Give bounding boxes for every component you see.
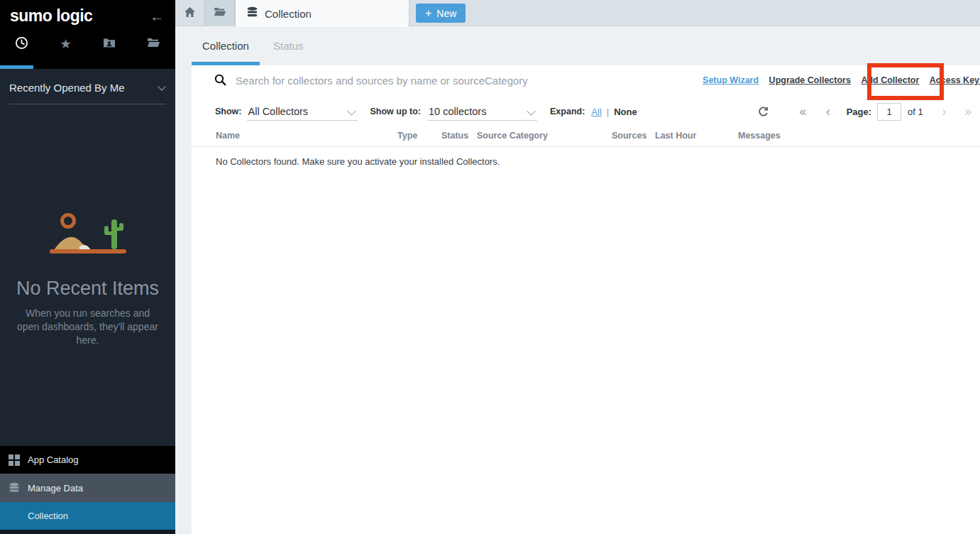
sumo-logic-logo: sumo logic — [10, 6, 92, 26]
menu-item-label: App Catalog — [28, 454, 79, 465]
page-total-label: of 1 — [908, 107, 923, 117]
add-collector-link[interactable]: Add Collector — [861, 75, 919, 85]
sidebar-header: sumo logic ← ★ — [0, 0, 175, 69]
last-page-icon[interactable]: » — [964, 105, 972, 119]
subtab-label: Collection — [202, 40, 249, 52]
recently-opened-label: Recently Opened By Me — [9, 82, 125, 94]
no-recent-items-description: When you run searches and open dashboard… — [14, 307, 162, 347]
app-grid-icon — [8, 454, 21, 466]
sidebar-bottom-menu: App Catalog Manage Data Collection — [0, 446, 175, 534]
sidebar-bottom-sliver — [0, 530, 175, 534]
subtab-row: Collection Status — [175, 26, 980, 65]
upgrade-collectors-link[interactable]: Upgrade Collectors — [769, 75, 851, 85]
menu-item-label: Manage Data — [28, 483, 83, 494]
home-tab-button[interactable] — [175, 0, 204, 26]
library-tab-button[interactable] — [204, 0, 235, 26]
sidebar-item-collection[interactable]: Collection — [0, 502, 175, 530]
prev-page-icon[interactable]: ‹ — [825, 105, 831, 119]
sumo-logic-app: sumo logic ← ★ — [0, 0, 980, 534]
new-button[interactable]: + New — [416, 4, 466, 23]
expand-all-link[interactable]: All — [591, 107, 601, 117]
chevron-down-icon — [527, 107, 536, 116]
toolbar-links: Setup Wizard Upgrade Collectors Add Coll… — [695, 75, 980, 85]
filter-row: Show: All Collectors Show up to: 10 coll… — [192, 100, 980, 123]
column-header-sources[interactable]: Sources — [612, 131, 646, 141]
clock-icon — [15, 36, 28, 53]
search-input[interactable] — [236, 71, 690, 89]
open-folder-icon — [214, 6, 226, 20]
new-button-label: New — [436, 8, 456, 19]
sidebar-tab-favorites[interactable]: ★ — [44, 27, 88, 61]
home-icon — [184, 6, 196, 21]
open-folder-icon — [147, 37, 160, 51]
subtab-label: Status — [273, 40, 304, 52]
access-keys-link[interactable]: Access Keys — [930, 75, 980, 85]
plus-icon: + — [425, 8, 431, 19]
page-number-input[interactable] — [877, 103, 901, 121]
setup-wizard-link[interactable]: Setup Wizard — [703, 75, 759, 85]
tab-label: Collection — [265, 8, 312, 20]
sidebar-item-manage-data[interactable]: Manage Data — [0, 474, 175, 502]
sidebar-item-app-catalog[interactable]: App Catalog — [0, 446, 175, 474]
subtab-status[interactable]: Status — [263, 26, 314, 65]
column-header-source-category[interactable]: Source Category — [477, 131, 548, 141]
refresh-icon[interactable] — [758, 106, 769, 117]
no-recent-items-title: No Recent Items — [0, 278, 175, 300]
folder-person-icon — [103, 37, 116, 51]
collectors-table-header: Name Type Status Source Category Sources… — [192, 125, 980, 147]
collapse-sidebar-icon[interactable]: ← — [150, 9, 164, 23]
column-header-last-hour[interactable]: Last Hour — [655, 131, 696, 141]
desert-illustration — [38, 209, 138, 261]
sidebar-tab-personal[interactable] — [88, 27, 132, 61]
menu-item-label: Collection — [28, 511, 68, 521]
active-tab-underline — [0, 65, 33, 69]
column-header-type[interactable]: Type — [397, 131, 417, 141]
search-row: Setup Wizard Upgrade Collectors Add Coll… — [192, 65, 980, 95]
chevron-down-icon — [158, 82, 165, 90]
left-sidebar: sumo logic ← ★ — [0, 0, 175, 534]
column-header-status[interactable]: Status — [441, 131, 468, 141]
chevron-down-icon — [347, 107, 356, 116]
database-icon — [8, 482, 21, 494]
show-filter-label: Show: — [215, 107, 242, 116]
no-collectors-message: No Collectors found. Make sure you activ… — [216, 156, 500, 167]
pagination-controls: « ‹ Page: of 1 › » — [758, 103, 980, 121]
tab-collection[interactable]: Collection — [235, 0, 409, 27]
expand-none-link[interactable]: None — [614, 107, 637, 117]
next-page-icon[interactable]: › — [942, 105, 947, 119]
recently-opened-dropdown[interactable]: Recently Opened By Me — [9, 77, 166, 104]
limit-filter-label: Show up to: — [370, 107, 422, 116]
sidebar-tab-library[interactable] — [131, 27, 175, 61]
first-page-icon[interactable]: « — [798, 105, 807, 119]
column-header-name[interactable]: Name — [216, 131, 240, 141]
show-filter-dropdown[interactable]: All Collectors — [247, 102, 358, 121]
sidebar-tab-recents[interactable] — [0, 27, 44, 61]
search-icon — [214, 74, 226, 89]
show-filter-value: All Collectors — [248, 106, 309, 117]
database-icon — [246, 6, 258, 21]
collection-panel: Setup Wizard Upgrade Collectors Add Coll… — [192, 65, 980, 534]
limit-filter-value: 10 collectors — [429, 106, 486, 117]
recents-empty-state: No Recent Items When you run searches an… — [0, 209, 175, 347]
subtab-collection[interactable]: Collection — [192, 26, 260, 65]
sidebar-nav-icons: ★ — [0, 27, 175, 61]
column-header-messages[interactable]: Messages — [738, 131, 781, 141]
star-icon: ★ — [60, 38, 72, 50]
expand-separator: | — [607, 107, 609, 117]
expand-label: Expand: — [550, 107, 585, 116]
page-label: Page: — [847, 107, 871, 117]
limit-filter-dropdown[interactable]: 10 collectors — [427, 102, 537, 121]
